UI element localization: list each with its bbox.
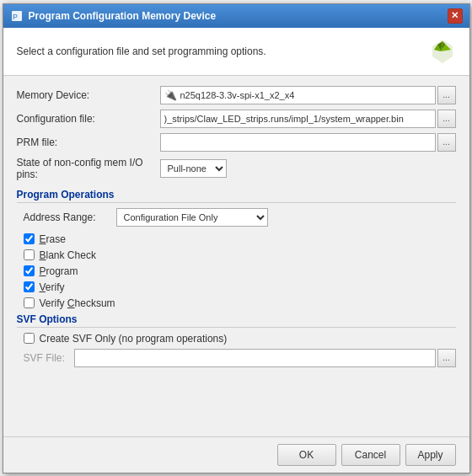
memory-device-row: Memory Device: 🔌 n25q128-3.3v-spi-x1_x2_… <box>17 86 456 104</box>
memory-device-label: Memory Device: <box>17 89 160 101</box>
blank-check-label[interactable]: Blank Check <box>40 249 96 261</box>
config-file-label: Configuration file: <box>17 113 160 125</box>
cancel-button[interactable]: Cancel <box>341 444 400 466</box>
ok-button[interactable]: OK <box>277 444 336 466</box>
blank-check-checkbox[interactable] <box>24 249 35 260</box>
title-bar-left: P Program Configuration Memory Device <box>10 9 217 23</box>
config-file-browse-button[interactable]: ... <box>437 110 456 128</box>
program-checkbox[interactable] <box>24 265 35 276</box>
svf-file-input-group: ... <box>74 349 456 367</box>
prm-file-input[interactable] <box>160 133 436 152</box>
verify-checkbox[interactable] <box>24 281 35 292</box>
footer-section: OK Cancel Apply <box>3 436 469 473</box>
header-section: Select a configuration file and set prog… <box>3 28 469 76</box>
title-bar: P Program Configuration Memory Device ✕ <box>3 4 469 28</box>
apply-button[interactable]: Apply <box>405 444 456 466</box>
svf-file-input[interactable] <box>74 349 436 367</box>
xilinx-logo <box>429 38 456 65</box>
prm-file-input-group: ... <box>160 133 456 152</box>
address-range-label: Address Range: <box>24 211 116 223</box>
prm-file-label: PRM file: <box>17 136 160 148</box>
erase-label[interactable]: Erase <box>40 233 66 245</box>
program-row: Program <box>24 265 456 277</box>
verify-checksum-label[interactable]: Verify Checksum <box>40 297 115 309</box>
dialog: P Program Configuration Memory Device ✕ … <box>3 3 470 473</box>
header-description: Select a configuration file and set prog… <box>17 45 266 57</box>
svg-text:P: P <box>13 13 18 21</box>
create-svf-checkbox[interactable] <box>24 333 35 344</box>
verify-checksum-row: Verify Checksum <box>24 297 456 309</box>
config-file-row: Configuration file: ... <box>17 110 456 128</box>
state-label: State of non-config mem I/O pins: <box>17 157 160 180</box>
prm-file-row: PRM file: ... <box>17 133 456 152</box>
chip-icon: 🔌 <box>164 89 177 101</box>
blank-check-row: Blank Check <box>24 249 456 261</box>
verify-row: Verify <box>24 281 456 293</box>
state-input-group: Pull-none Pull-up Pull-down <box>160 159 456 178</box>
config-file-input-group: ... <box>160 110 456 128</box>
prm-file-browse-button[interactable]: ... <box>437 133 456 152</box>
svf-options-title: SVF Options <box>17 313 456 328</box>
program-icon: P <box>10 9 24 23</box>
svf-file-browse-button[interactable]: ... <box>437 349 456 367</box>
address-range-row: Address Range: Configuration File Only E… <box>24 208 456 227</box>
state-row: State of non-config mem I/O pins: Pull-n… <box>17 157 456 180</box>
main-content: Memory Device: 🔌 n25q128-3.3v-spi-x1_x2_… <box>3 76 469 436</box>
svf-file-row: SVF File: ... <box>17 349 456 367</box>
verify-checksum-checkbox[interactable] <box>24 297 35 308</box>
dialog-title: Program Configuration Memory Device <box>29 10 217 22</box>
memory-device-browse-button[interactable]: ... <box>437 86 456 104</box>
memory-device-display: 🔌 n25q128-3.3v-spi-x1_x2_x4 <box>160 86 436 104</box>
memory-device-value: n25q128-3.3v-spi-x1_x2_x4 <box>180 90 295 100</box>
memory-device-input-group: 🔌 n25q128-3.3v-spi-x1_x2_x4 ... <box>160 86 456 104</box>
close-button[interactable]: ✕ <box>448 8 463 24</box>
erase-checkbox[interactable] <box>24 233 35 244</box>
program-label[interactable]: Program <box>40 265 78 277</box>
create-svf-label[interactable]: Create SVF Only (no program operations) <box>40 333 228 345</box>
state-select[interactable]: Pull-none Pull-up Pull-down <box>160 159 227 178</box>
svf-file-label: SVF File: <box>24 352 74 364</box>
verify-label[interactable]: Verify <box>40 281 65 293</box>
address-range-select[interactable]: Configuration File Only Entire Configura… <box>116 208 268 227</box>
create-svf-row: Create SVF Only (no program operations) <box>24 333 456 345</box>
config-file-input[interactable] <box>160 110 436 128</box>
erase-row: Erase <box>24 233 456 245</box>
program-ops-title: Program Operations <box>17 189 456 203</box>
